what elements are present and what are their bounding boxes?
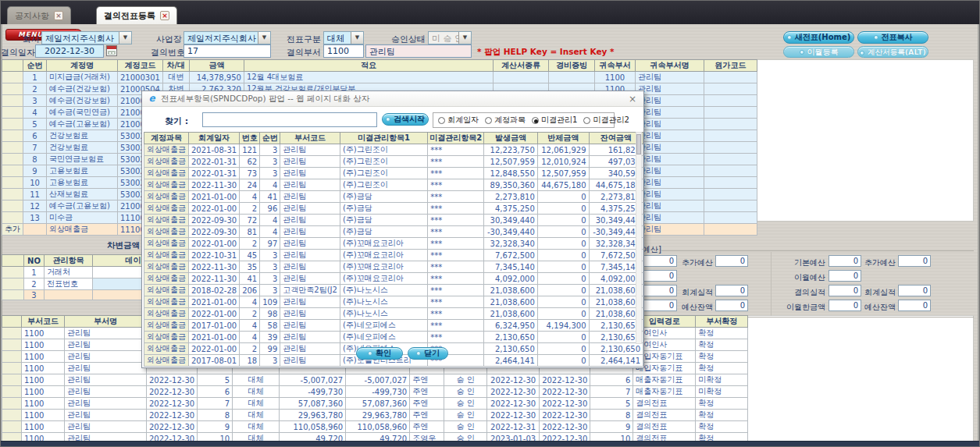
table-cell: 0 [537,355,589,367]
table-row[interactable]: 외상매출금2021-01-004109관리팀(주)나노시스***21,038,6… [144,296,643,308]
table-cell: 관리팀 [635,154,704,165]
table-cell: 2022-12-30 [540,421,590,433]
new-slip-button[interactable]: 새전표(Home) [783,31,854,44]
budget-field: 0 [898,285,931,296]
table-cell: 2022-12-30 [540,398,590,410]
table-row[interactable]: 1100관리팀2022-12-309대체110,058,960110,058,9… [2,421,748,433]
company-select[interactable]: 제일저지주식회사▼ [41,31,132,44]
table-row[interactable]: 외상매출금2022-01-00298관리팀(주)나노시스***21,038,60… [144,308,643,320]
radio-label: 미결관리1 [541,115,577,126]
table-row[interactable]: 외상매출금2018-02-282063고객만족2팀(J2(주)나노시스***21… [144,285,643,296]
table-cell: 4 [260,215,280,226]
table-cell: 2021-01-00 [189,332,240,343]
table-row[interactable]: 1100관리팀2022-12-306대체-499,730-499,730주엔승 … [2,386,748,398]
table-cell: 2022-12-30 [147,410,198,421]
scrollbar-thumb[interactable] [636,134,641,154]
table-cell: -499,730 [346,386,410,398]
table-cell: 예수금(건강보험) [47,83,118,95]
table-cell: 관리팀 [280,215,340,226]
table-cell: 2,464,141 [589,355,643,367]
close-icon[interactable]: × [54,11,63,20]
table-row[interactable]: 외상매출금2021-01-00439관리팀(주)네오피에스***2,130,65… [144,332,643,343]
table-cell: 관리팀 [65,328,147,339]
table-cell: 2,273,810 [484,191,538,203]
table-cell: 2022-10-31 [189,250,240,261]
table-row[interactable]: 외상매출금2022-11-30244관리팀(주)그린조이***89,350,36… [144,179,643,191]
table-row[interactable]: 1100관리팀2022-12-308대체29,963,78029,963,780… [2,410,748,421]
site-select[interactable]: 제일저지주식회사▼ [184,31,271,44]
table-row[interactable]: 외상매출금2021-01-00441관리팀(주)금담***2,273,81002… [144,191,643,203]
table-row[interactable]: 외상매출금2022-01-31733관리팀(주)그린조이***12,848,55… [144,168,643,179]
table-cell: 12,848,550 [484,168,538,179]
table-cell: (주)그린조이 [340,156,427,168]
table-cell: 예수금(국민연금) [47,107,118,119]
bullet-icon [874,35,878,40]
search-input[interactable] [202,112,377,127]
table-cell: 관리팀 [280,156,340,168]
scrollbar[interactable] [636,132,642,344]
table-row[interactable]: 외상매출금2022-09-30814관리팀(주)금담***-30,349,440… [144,226,643,238]
table-cell: 승 인 [444,374,487,386]
column-header: 계산서종류 [493,60,548,72]
table-cell: *** [428,215,484,226]
table-row[interactable]: 외상매출금2021-08-311213관리팀(주)그린조이***12,223,7… [144,144,643,156]
table-cell: 1100 [22,351,65,363]
table-cell: 32,328,340 [484,238,538,250]
table-cell: 관리팀 [280,332,340,343]
close-icon[interactable]: × [160,11,169,20]
table-cell: 관리팀 [280,168,340,179]
slip-no-field[interactable]: 17 [184,44,271,58]
table-cell [2,212,23,224]
column-header: 계정과목 [144,133,189,144]
close-icon[interactable]: × [626,94,639,105]
radio-label: 미결관리2 [593,115,629,126]
popup-title-bar[interactable]: e 전표세부항목(SPNDCDPop) 팝업 -- 웹 페이지 대화 상자 × [142,91,643,107]
table-row[interactable]: 외상매출금2017-01-00458관리팀(주)네오피에스***6,324,95… [144,320,643,332]
ok-button[interactable]: 확인 [356,347,403,360]
table-cell: 대체 [233,386,280,398]
tab-notice[interactable]: 공지사항 × [7,6,71,24]
chevron-down-icon: ▼ [351,32,363,44]
copy-slip-button[interactable]: 전표복사 [857,31,928,44]
table-cell: 건강보험료 [47,142,118,154]
empty-area [748,59,974,222]
radio-option[interactable]: 회계일자 [438,115,479,126]
tab-slip-register[interactable]: 결의전표등록 × [96,6,177,24]
table-row[interactable]: 외상매출금2022-10-31453관리팀(주)꼬매요코리아***7,672,5… [144,250,643,261]
slip-type-select[interactable]: 대체▼ [323,31,364,44]
table-cell: 주엔 [410,374,444,386]
table-cell: -30,349,440 [484,226,538,238]
budget-label: 결의실적 [785,287,825,298]
date-field[interactable]: 2022-12-30 [35,44,104,58]
table-cell: 2022-12-30 [487,386,540,398]
table-cell: 2022-12-31 [487,421,540,433]
popup-close-button[interactable]: 닫기 [408,347,448,360]
table-cell: 2022-12-30 [487,398,540,410]
table-cell: *** [428,273,484,285]
table-row[interactable]: 외상매출금2022-01-31623관리팀(주)그린조이***12,507,95… [144,156,643,168]
table-cell: *** [428,203,484,215]
table-row[interactable]: 외상매출금2022-11-30353관리팀(주)꼬매요코리아***7,345,1… [144,261,643,273]
search-start-button[interactable]: 검색시작 [382,113,429,126]
table-cell: 대변 [162,72,189,83]
table-row[interactable]: 외상매출금2022-11-30413관리팀(주)꼬매요코리아***4,092,0… [144,273,643,285]
table-row[interactable]: 외상매출금2022-01-00297관리팀(주)꼬매요코리아***32,328,… [144,238,643,250]
table-cell: 2017-01-00 [189,320,240,332]
radio-option[interactable]: 미결관리1 [532,115,577,126]
radio-option[interactable]: 미결관리2 [583,115,629,126]
table-cell: 3 [260,285,280,296]
table-row[interactable]: 외상매출금2022-01-00296관리팀(주)금담***4,375,25004… [144,203,643,215]
radio-option[interactable]: 계정과목 [485,115,526,126]
table-row[interactable]: 1미지급금(거래처)21000301대변14,378,95012월 4대보험료1… [2,72,757,83]
table-cell [704,119,757,130]
table-row[interactable]: 외상매출금2022-09-30724관리팀(주)금담***30,349,4400… [144,215,643,226]
bullet-icon [386,117,390,122]
table-cell: 관리팀 [65,374,147,386]
table-cell: 0 [537,343,589,355]
dept-code-field[interactable]: 1100 [323,44,364,58]
table-cell: 109 [260,296,280,308]
table-row[interactable]: 1100관리팀2022-12-307대체57,087,36057,087,360… [2,398,748,410]
table-row[interactable]: 1100관리팀2022-12-305대체-5,007,027-5,007,027… [2,374,748,386]
carryover-button: 이월등록 [783,46,854,58]
calendar-icon[interactable] [106,45,117,56]
